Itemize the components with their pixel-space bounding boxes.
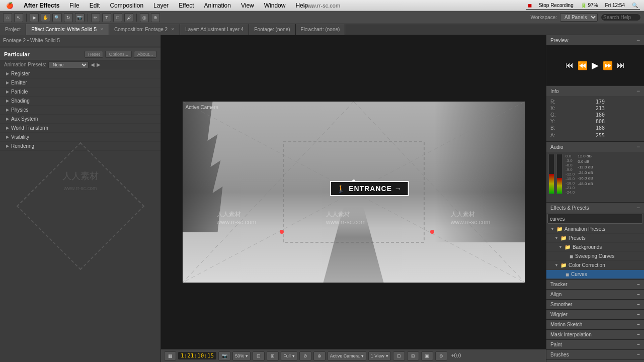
toolbar-camera-btn[interactable]: 📷 [75,13,85,22]
toolbar-pen-btn[interactable]: ✏ [91,13,100,22]
ec-item-register[interactable]: ▶ Register [0,69,160,78]
ec-item-physics[interactable]: ▶ Physics [0,106,160,115]
comp-viewer[interactable]: 🚶 ENTRANCE → 人人素材www.rr-sc.com 人人素材www.r… [161,35,546,349]
preview-next-btn[interactable]: ⏩ [603,61,613,70]
preview-first-btn[interactable]: ⏮ [566,61,574,70]
options-button[interactable]: Options... [105,51,132,58]
toolbar-select-btn[interactable]: ▶ [30,13,39,22]
toolbar-rotate-btn[interactable]: ↻ [64,13,73,22]
tab-footage[interactable]: Footage: (none) [249,24,295,35]
et-animation-presets[interactable]: ▼ 📁 Animation Presets [546,225,644,234]
wiggler-section[interactable]: Wiggler − [546,310,644,320]
brushes-collapse-icon[interactable]: − [637,352,640,357]
comp-grid3-btn[interactable]: ⊞ [407,351,419,360]
help-search-input[interactable] [601,14,641,21]
et-backgrounds[interactable]: ▼ 📁 Backgrounds [546,243,644,252]
tab-composition[interactable]: Composition: Footage 2 ✕ [109,24,180,35]
comp-zoom-dropdown[interactable]: 50% ▾ [232,351,251,360]
toolbar-zoom-btn[interactable]: 🔍 [52,13,62,22]
menu-edit[interactable]: Edit [88,1,102,10]
et-curves-selected[interactable]: ◼ Curves [546,270,644,279]
stop-recording-btn[interactable]: ◼ [526,2,534,9]
reset-button[interactable]: Reset [85,51,104,58]
tab-effect-controls[interactable]: Effect Controls: White Solid 5 ✕ [26,24,109,35]
menu-composition[interactable]: Composition [108,1,145,10]
menu-file[interactable]: File [67,1,81,10]
tab-comp-close-icon[interactable]: ✕ [171,27,175,32]
preview-last-btn[interactable]: ⏭ [617,61,625,70]
wiggler-collapse-icon[interactable]: − [637,312,640,317]
animation-presets-dropdown[interactable]: None [48,61,89,68]
search-icon[interactable]: 🔍 [630,2,640,9]
effects-search-input[interactable] [547,214,643,224]
comp-region-btn[interactable]: ▣ [421,351,433,360]
comp-camera-btn[interactable]: 📷 [218,351,230,360]
comp-views-dropdown[interactable]: 1 View ▾ [368,351,391,360]
app-name[interactable]: After Effects [22,1,61,10]
info-collapse-icon[interactable]: − [636,87,640,95]
menu-window[interactable]: Window [262,1,288,10]
audio-collapse-icon[interactable]: − [636,143,640,150]
brushes-section[interactable]: Brushes − [546,350,644,360]
preset-next-btn[interactable]: ▶ [97,62,101,67]
tracker-collapse-icon[interactable]: − [637,282,640,287]
about-button[interactable]: About... [134,51,156,58]
toolbar-roto-btn[interactable]: ◎ [140,13,149,22]
effects-presets-header[interactable]: Effects & Presets − [546,203,644,213]
menu-effect[interactable]: Effect [177,1,196,10]
comp-timecode[interactable]: 1:21:10:15 [178,352,216,359]
handle-left[interactable] [280,230,284,234]
tab-project[interactable]: Project [0,24,26,35]
preview-collapse-icon[interactable]: − [636,37,640,44]
comp-3d-btn[interactable]: ⊛ [435,351,447,360]
comp-quality-dropdown[interactable]: Full ▾ [281,351,297,360]
align-section[interactable]: Align − [546,290,644,300]
preview-prev-btn[interactable]: ⏪ [578,61,588,70]
toolbar-puppet-btn[interactable]: ⊕ [151,13,160,22]
preview-header[interactable]: Info Preview − [546,35,644,45]
paragraph-section[interactable]: Paragraph − [546,360,644,362]
menu-animation[interactable]: Animation [202,1,233,10]
ec-item-emitter[interactable]: ▶ Emitter [0,78,160,87]
ec-item-visibility[interactable]: ▶ Visibility [0,133,160,142]
stop-recording-label[interactable]: Stop Recording [537,2,576,9]
comp-camera-view-dropdown[interactable]: Active Camera ▾ [328,351,366,360]
smoother-section[interactable]: Smoother − [546,300,644,310]
tab-layer[interactable]: Layer: Adjustment Layer 4 [180,24,249,35]
toolbar-home-btn[interactable]: ⌂ [3,13,12,22]
ec-item-world-transform[interactable]: ▶ World Transform [0,124,160,133]
ec-item-shading[interactable]: ▶ Shading [0,97,160,106]
toolbar-shape-btn[interactable]: □ [113,13,122,22]
mask-interpolation-section[interactable]: Mask Interpolation − [546,330,644,340]
comp-trans-btn[interactable]: ⊘ [299,351,311,360]
apple-menu[interactable]: 🍎 [4,1,16,10]
paint-section[interactable]: Paint − [546,340,644,350]
ec-item-particle[interactable]: ▶ Particle [0,87,160,97]
tracker-section[interactable]: Tracker − [546,280,644,290]
comp-overlay-btn[interactable]: ⊕ [313,351,326,360]
audio-header[interactable]: Audio − [546,142,644,152]
menu-view[interactable]: View [239,1,256,10]
et-color-correction[interactable]: ▼ 📁 Color Correction [546,261,644,270]
preset-prev-btn[interactable]: ◀ [91,62,95,67]
info-header[interactable]: Info − [546,86,644,96]
preview-play-btn[interactable]: ▶ [592,60,599,71]
et-presets[interactable]: ▼ 📁 Presets [546,234,644,243]
motion-sketch-collapse-icon[interactable]: − [637,322,640,327]
align-collapse-icon[interactable]: − [637,292,640,297]
mask-interpolation-collapse-icon[interactable]: − [637,332,640,337]
comp-grid-btn[interactable]: ▦ [164,351,176,360]
comp-fit-btn[interactable]: ⊡ [253,351,265,360]
workspace-dropdown[interactable]: All Panels [560,13,598,22]
ec-item-aux-system[interactable]: ▶ Aux System [0,115,160,124]
tab-flowchart[interactable]: Flowchart: (none) [296,24,346,35]
comp-safe-btn[interactable]: ⊡ [393,351,405,360]
effects-presets-collapse-icon[interactable]: − [636,204,640,211]
motion-sketch-section[interactable]: Motion Sketch − [546,320,644,330]
toolbar-text-btn[interactable]: T [102,13,111,22]
toolbar-hand-btn[interactable]: ✋ [41,13,50,22]
et-sweeping-curves[interactable]: ◼ Sweeping Curves [546,252,644,261]
toolbar-arrow-btn[interactable]: ↖ [14,13,23,22]
toolbar-paint-btn[interactable]: 🖌 [124,13,133,22]
handle-right[interactable] [430,230,434,234]
